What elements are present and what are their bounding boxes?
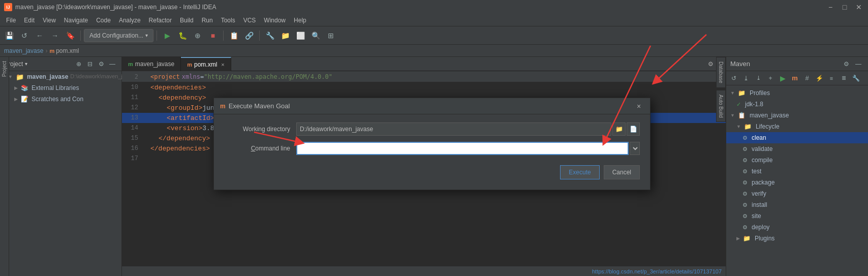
jdk-check-icon: ✓	[736, 101, 741, 108]
browse-file-button[interactable]: 📄	[627, 122, 640, 136]
window-title: maven_javase [D:\ideawork\maven_javase] …	[15, 4, 216, 11]
cancel-button[interactable]: Cancel	[604, 165, 640, 179]
maven-project-item[interactable]: ▼ 📋 maven_javase	[726, 110, 868, 121]
sidebar-hide-button[interactable]: —	[107, 59, 117, 69]
sidebar-add-button[interactable]: ⊕	[74, 59, 84, 69]
toolbar-run-button[interactable]: ▶	[160, 28, 174, 43]
menu-navigate[interactable]: Navigate	[60, 16, 92, 25]
maven-wrench-button[interactable]: 🔧	[850, 73, 861, 84]
maven-plugins-item[interactable]: ▶ 📁 Plugins	[726, 233, 868, 244]
maven-settings-button[interactable]: ⚙	[841, 58, 852, 70]
working-dir-input[interactable]	[296, 122, 611, 136]
toolbar-sync-button[interactable]: ↺	[17, 28, 32, 43]
sidebar-dropdown-icon[interactable]: ▾	[25, 61, 27, 67]
maven-deploy-item[interactable]: ⚙ deploy	[726, 222, 868, 233]
command-line-input[interactable]	[296, 142, 629, 155]
maven-project-icon: 📋	[738, 112, 746, 119]
clean-gear-icon: ⚙	[742, 135, 748, 141]
maven-download2-button[interactable]: ⤓	[753, 73, 764, 84]
menu-help[interactable]: Help	[290, 16, 311, 25]
menu-refactor[interactable]: Refactor	[145, 16, 176, 25]
command-line-input-group: ▾	[296, 142, 640, 155]
menu-window[interactable]: Window	[260, 16, 290, 25]
command-line-dropdown[interactable]: ▾	[630, 142, 640, 155]
maven-refresh-button[interactable]: ↺	[728, 73, 739, 84]
maven-test-item[interactable]: ⚙ test	[726, 166, 868, 177]
toolbar-copy-button[interactable]: 📋	[227, 28, 241, 43]
maven-profiles-item[interactable]: ▼ 📁 Profiles	[726, 87, 868, 99]
breadcrumb-file[interactable]: m pom.xml	[49, 47, 79, 54]
toolbar-forward-button[interactable]: →	[48, 28, 62, 43]
verify-gear-icon: ⚙	[742, 191, 748, 197]
sidebar-settings-button[interactable]: ⚙	[96, 59, 106, 69]
maven-add-button[interactable]: +	[765, 73, 776, 84]
menu-code[interactable]: Code	[92, 16, 115, 25]
toolbar-debug-button[interactable]: 🐛	[175, 28, 190, 43]
toolbar-folder-button[interactable]: 📁	[278, 28, 292, 43]
libs-icon: 📚	[21, 84, 28, 91]
title-bar: IJ maven_javase [D:\ideawork\maven_javas…	[0, 0, 868, 14]
sidebar-item-external-libs[interactable]: ▶ 📚 External Libraries	[0, 82, 121, 94]
editor-area: m maven_javase m pom.xml × ⚙ ✓ 2 <projec…	[122, 57, 726, 276]
menu-tools[interactable]: Tools	[217, 16, 239, 25]
sidebar-collapse-button[interactable]: ⊟	[85, 59, 95, 69]
maven-package-item[interactable]: ⚙ package	[726, 177, 868, 188]
scratches-label: Scratches and Con	[32, 96, 83, 103]
maven-install-item[interactable]: ⚙ install	[726, 199, 868, 210]
breadcrumb-separator-1: ›	[45, 47, 47, 54]
menu-view[interactable]: View	[39, 16, 60, 25]
command-label-underline-char: C	[251, 145, 256, 152]
breadcrumb-project[interactable]: maven_javase	[4, 47, 43, 54]
toolbar-stop-button[interactable]: ■	[206, 28, 220, 43]
compile-gear-icon: ⚙	[742, 157, 748, 164]
project-vertical-tab[interactable]: Project	[0, 57, 9, 81]
maven-verify-item[interactable]: ⚙ verify	[726, 188, 868, 199]
sidebar-item-scratches[interactable]: ▶ 📝 Scratches and Con	[0, 94, 121, 105]
toolbar-back-button[interactable]: ←	[33, 28, 47, 43]
menu-analyze[interactable]: Analyze	[115, 16, 145, 25]
maven-lightning-button[interactable]: ⚡	[814, 73, 825, 84]
toolbar-search-button[interactable]: 🔍	[308, 28, 323, 43]
dialog-close-button[interactable]: ×	[634, 101, 644, 111]
maven-hash-button[interactable]: #	[801, 73, 813, 84]
clean-label: clean	[752, 134, 766, 141]
menu-build[interactable]: Build	[176, 16, 198, 25]
add-configuration-button[interactable]: Add Configuration... ▾	[84, 29, 153, 42]
maven-m-button[interactable]: m	[789, 73, 800, 84]
dialog-footer: Execute Cancel	[224, 161, 640, 179]
maven-site-item[interactable]: ⚙ site	[726, 210, 868, 222]
maximize-button[interactable]: □	[840, 2, 850, 12]
menu-file[interactable]: File	[2, 16, 20, 25]
maven-lines2-button[interactable]: ≣	[838, 73, 849, 84]
maven-compile-item[interactable]: ⚙ compile	[726, 155, 868, 166]
menu-run[interactable]: Run	[198, 16, 217, 25]
execute-button[interactable]: Execute	[560, 165, 599, 179]
maven-run-button[interactable]: ▶	[777, 73, 788, 84]
toolbar-coverage-button[interactable]: ⊕	[191, 28, 205, 43]
toolbar-link-button[interactable]: 🔗	[242, 28, 256, 43]
maven-minimize-button[interactable]: —	[853, 58, 864, 70]
lifecycle-label: Lifecycle	[756, 123, 780, 130]
sidebar: Project ▾ ⊕ ⊟ ⚙ — ▼ 📁 maven_javase D:\id…	[0, 57, 122, 276]
toolbar-save-button[interactable]: 💾	[2, 28, 16, 43]
maven-lifecycle-item[interactable]: ▼ 📁 Lifecycle	[726, 121, 868, 132]
toolbar-empty-button[interactable]: ⬜	[293, 28, 307, 43]
menu-bar: File Edit View Navigate Code Analyze Ref…	[0, 14, 868, 26]
toolbar-bookmark-button[interactable]: 🔖	[63, 28, 77, 43]
maven-clean-item[interactable]: ⚙ clean	[726, 132, 868, 143]
maven-download-button[interactable]: ⤓	[740, 73, 752, 84]
menu-vcs[interactable]: VCS	[239, 16, 260, 25]
minimize-button[interactable]: −	[825, 2, 835, 12]
maven-lines-button[interactable]: ≡	[826, 73, 837, 84]
maven-jdk-item[interactable]: ✓ jdk-1.8	[726, 99, 868, 110]
close-window-button[interactable]: ✕	[854, 2, 864, 12]
toolbar-grid-button[interactable]: ⊞	[324, 28, 338, 43]
lifecycle-folder-icon: 📁	[744, 123, 752, 130]
menu-edit[interactable]: Edit	[20, 16, 39, 25]
browse-folder-button[interactable]: 📁	[612, 122, 626, 136]
sidebar-item-project[interactable]: ▼ 📁 maven_javase D:\ideawork\maven_javas…	[0, 71, 121, 82]
breadcrumb-file-icon: m	[49, 48, 54, 54]
maven-validate-item[interactable]: ⚙ validate	[726, 143, 868, 155]
toolbar-sdk-button[interactable]: 🔧	[263, 28, 277, 43]
dialog-title-bar: m Execute Maven Goal ×	[214, 98, 650, 114]
